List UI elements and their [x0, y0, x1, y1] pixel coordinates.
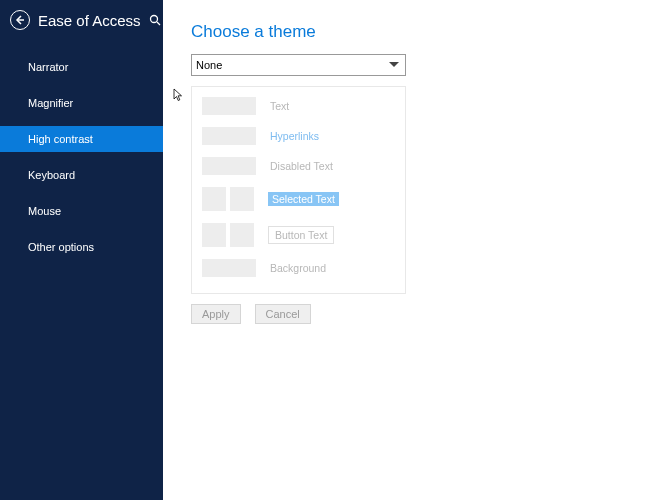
- back-arrow-icon: [15, 15, 25, 25]
- sidebar-item-magnifier[interactable]: Magnifier: [0, 90, 163, 116]
- search-icon[interactable]: [149, 13, 161, 27]
- preview-label-button-text: Button Text: [268, 226, 334, 244]
- preview-row-background: Background: [202, 259, 395, 277]
- preview-row-disabled-text: Disabled Text: [202, 157, 395, 175]
- sidebar: Ease of Access Narrator Magnifier High c…: [0, 0, 163, 500]
- svg-point-0: [150, 16, 157, 23]
- preview-row-hyperlinks: Hyperlinks: [202, 127, 395, 145]
- disabled-text-color-swatch[interactable]: [202, 157, 256, 175]
- hyperlink-color-swatch[interactable]: [202, 127, 256, 145]
- theme-select[interactable]: None: [191, 54, 406, 76]
- preview-label-text: Text: [270, 100, 289, 112]
- selected-text-bg-swatch[interactable]: [230, 187, 254, 211]
- sidebar-item-narrator[interactable]: Narrator: [0, 54, 163, 80]
- sidebar-item-label: Keyboard: [28, 169, 75, 181]
- preview-row-selected-text: Selected Text: [202, 187, 395, 211]
- main-panel: Choose a theme None Text Hyperlinks Disa…: [163, 0, 667, 500]
- sidebar-item-keyboard[interactable]: Keyboard: [0, 162, 163, 188]
- cursor-icon: [173, 88, 183, 102]
- background-color-swatch[interactable]: [202, 259, 256, 277]
- sidebar-item-label: Other options: [28, 241, 94, 253]
- theme-preview-panel: Text Hyperlinks Disabled Text Selected T…: [191, 86, 406, 294]
- selected-text-fg-swatch[interactable]: [202, 187, 226, 211]
- svg-line-1: [157, 22, 160, 25]
- sidebar-item-mouse[interactable]: Mouse: [0, 198, 163, 224]
- sidebar-item-label: Mouse: [28, 205, 61, 217]
- back-button[interactable]: [10, 10, 30, 30]
- sidebar-item-high-contrast[interactable]: High contrast: [0, 126, 163, 152]
- text-color-swatch[interactable]: [202, 97, 256, 115]
- sidebar-title: Ease of Access: [38, 12, 141, 29]
- sidebar-nav: Narrator Magnifier High contrast Keyboar…: [0, 54, 163, 270]
- action-row: Apply Cancel: [191, 304, 637, 324]
- apply-button[interactable]: Apply: [191, 304, 241, 324]
- preview-label-selected-text: Selected Text: [268, 192, 339, 206]
- cancel-button[interactable]: Cancel: [255, 304, 311, 324]
- sidebar-item-label: High contrast: [28, 133, 93, 145]
- sidebar-item-label: Narrator: [28, 61, 68, 73]
- preview-label-hyperlinks: Hyperlinks: [270, 130, 319, 142]
- preview-row-button-text: Button Text: [202, 223, 395, 247]
- button-text-fg-swatch[interactable]: [202, 223, 226, 247]
- sidebar-header: Ease of Access: [0, 0, 163, 40]
- sidebar-item-other-options[interactable]: Other options: [0, 234, 163, 260]
- preview-label-disabled-text: Disabled Text: [270, 160, 333, 172]
- preview-row-text: Text: [202, 97, 395, 115]
- button-text-bg-swatch[interactable]: [230, 223, 254, 247]
- sidebar-item-label: Magnifier: [28, 97, 73, 109]
- page-title: Choose a theme: [191, 22, 637, 42]
- preview-label-background: Background: [270, 262, 326, 274]
